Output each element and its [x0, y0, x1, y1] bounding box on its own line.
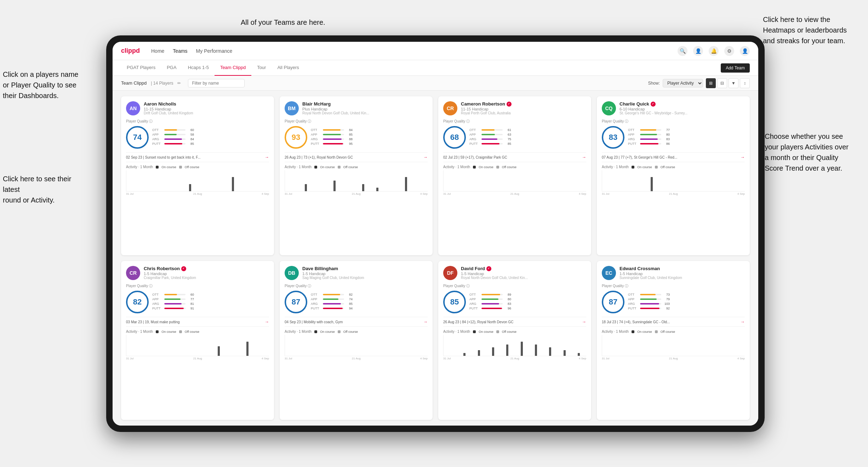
quality-circle[interactable]: 85 [443, 291, 466, 313]
last-round-arrow[interactable]: → [265, 155, 269, 160]
quality-section[interactable]: 85 OTT 89 APP 80 ARG [443, 291, 586, 313]
player-name[interactable]: Aaron Nicholls [144, 101, 269, 107]
player-card[interactable]: DF David Ford ✓ 1-5 Handicap Royal North… [438, 261, 591, 420]
show-select[interactable]: Player Activity [663, 79, 703, 87]
sub-nav-pgat[interactable]: PGAT Players [121, 60, 161, 76]
filter-button[interactable]: ▼ [729, 78, 738, 88]
sort-button[interactable]: ↕ [740, 78, 750, 88]
quality-section[interactable]: 83 OTT 77 APP 80 ARG [602, 126, 745, 149]
player-name[interactable]: David Ford ✓ [461, 266, 586, 271]
stat-row-putt: PUTT 92 [628, 307, 745, 310]
search-icon[interactable]: 🔍 [678, 46, 687, 56]
player-name[interactable]: Cameron Robertson ✓ [461, 101, 586, 107]
sub-nav-team-clippd[interactable]: Team Clippd [215, 60, 251, 76]
player-card[interactable]: CQ Charlie Quick ✓ 6-10 Handicap St. Geo… [597, 96, 750, 255]
player-name[interactable]: Charlie Quick ✓ [619, 101, 745, 107]
last-round[interactable]: 07 Aug 23 | 77 (+7), St George's Hill GC… [602, 152, 745, 162]
stat-bar-container [164, 134, 185, 135]
activity-period: Activity · 1 Month [602, 330, 629, 334]
bar-group [246, 342, 249, 356]
add-team-button[interactable]: Add Team [721, 63, 750, 73]
quality-circle[interactable]: 68 [443, 126, 466, 149]
last-round[interactable]: 02 Sep 23 | Sunset round to get back int… [126, 152, 269, 162]
nav-my-performance[interactable]: My Performance [196, 48, 233, 54]
chart-label-start: 31 Jul [285, 357, 292, 360]
bar-group [564, 350, 566, 356]
quality-section[interactable]: 68 OTT 61 APP 63 ARG [443, 126, 586, 149]
last-round-arrow[interactable]: → [265, 319, 269, 324]
grid-view-button[interactable]: ⊞ [706, 78, 716, 88]
chart-label-mid: 21 Aug [669, 192, 678, 195]
stat-row-putt: PUTT 95 [311, 142, 428, 146]
bell-icon[interactable]: 🔔 [709, 46, 719, 56]
stat-label: OTT [469, 128, 480, 132]
chart-label-mid: 21 Aug [510, 357, 519, 360]
quality-circle[interactable]: 83 [602, 126, 624, 149]
player-card[interactable]: AN Aaron Nicholls 11-15 Handicap Drift G… [121, 96, 274, 255]
bar-on-course [405, 177, 407, 191]
annotation-latest-round: Click here to see their latestround or A… [3, 173, 81, 205]
last-round-arrow[interactable]: → [423, 319, 428, 324]
edit-team-icon[interactable]: ✏ [177, 81, 181, 86]
last-round[interactable]: 26 Aug 23 | 84 (+12), Royal North Devon … [443, 317, 586, 327]
stat-bar-container [164, 298, 185, 300]
quality-circle[interactable]: 87 [285, 291, 307, 313]
profile-icon[interactable]: 👤 [693, 46, 703, 56]
player-name[interactable]: Blair McHarg [302, 101, 428, 107]
activity-period: Activity · 1 Month [443, 165, 470, 169]
player-name[interactable]: Chris Robertson ✓ [144, 266, 269, 271]
nav-teams[interactable]: Teams [173, 48, 187, 54]
chart-label-mid: 21 Aug [193, 192, 202, 195]
quality-label: Player Quality ⓘ [602, 119, 745, 124]
quality-section[interactable]: 93 OTT 84 APP 85 ARG [285, 126, 428, 149]
stat-bar [481, 308, 502, 309]
player-card[interactable]: DB Dave Billingham 1-5 Handicap Sag Magi… [280, 261, 433, 420]
quality-circle[interactable]: 87 [602, 291, 624, 313]
last-round[interactable]: 18 Jul 23 | 74 (+4), Sunningdale GC - Ol… [602, 317, 745, 327]
list-view-button[interactable]: ⊟ [717, 78, 727, 88]
last-round[interactable]: 02 Jul 23 | 59 (+17), Craigmillar Park G… [443, 152, 586, 162]
stat-row-putt: PUTT 94 [311, 307, 428, 310]
legend-on-label: On course [479, 165, 493, 169]
stat-label: APP [152, 133, 163, 136]
last-round-arrow[interactable]: → [423, 155, 428, 160]
player-card[interactable]: EC Edward Crossman 1-5 Handicap Sunningd… [597, 261, 750, 420]
player-card[interactable]: CR Chris Robertson ✓ 1-5 Handicap Craigm… [121, 261, 274, 420]
sub-nav-tour[interactable]: Tour [251, 60, 272, 76]
player-name[interactable]: Dave Billingham [302, 266, 428, 271]
legend-off-course [655, 166, 658, 169]
quality-section[interactable]: 87 OTT 73 APP 79 ARG [602, 291, 745, 313]
stat-bar-container [640, 298, 661, 300]
settings-icon[interactable]: ⚙ [724, 46, 734, 56]
last-round-arrow[interactable]: → [741, 155, 745, 160]
stat-bar [164, 129, 177, 131]
filter-search-input[interactable] [188, 79, 245, 87]
bar-on-course [189, 184, 191, 191]
stat-label: APP [628, 133, 639, 136]
sub-nav-pga[interactable]: PGA [161, 60, 182, 76]
last-round-arrow[interactable]: → [582, 155, 586, 160]
player-card[interactable]: BM Blair McHarg Plus Handicap Royal Nort… [280, 96, 433, 255]
nav-home[interactable]: Home [151, 48, 164, 54]
quality-circle[interactable]: 82 [126, 291, 149, 313]
player-name[interactable]: Edward Crossman [619, 266, 745, 271]
stat-bar [164, 134, 177, 135]
last-round[interactable]: 26 Aug 23 | 73 (+1), Royal North Devon G… [285, 152, 428, 162]
avatar-icon[interactable]: 👤 [740, 46, 750, 56]
quality-circle[interactable]: 74 [126, 126, 149, 149]
stat-label: OTT [628, 293, 639, 296]
quality-section[interactable]: 82 OTT 60 APP 77 ARG [126, 291, 269, 313]
sub-nav-all-players[interactable]: All Players [272, 60, 304, 76]
player-card[interactable]: CR Cameron Robertson ✓ 11-15 Handicap Ro… [438, 96, 591, 255]
stat-value: 75 [504, 137, 511, 141]
stat-label: PUTT [152, 307, 163, 310]
sub-nav-hcaps[interactable]: Hcaps 1-5 [182, 60, 215, 76]
quality-section[interactable]: 74 OTT 60 APP 58 ARG [126, 126, 269, 149]
last-round-arrow[interactable]: → [582, 319, 586, 324]
last-round[interactable]: 03 Mar 23 | 19, Must make putting → [126, 317, 269, 327]
last-round-arrow[interactable]: → [741, 319, 745, 324]
last-round[interactable]: 04 Sep 23 | Mobility with coach, Gym → [285, 317, 428, 327]
legend-on-label: On course [320, 330, 335, 334]
quality-circle[interactable]: 93 [285, 126, 307, 149]
quality-section[interactable]: 87 OTT 82 APP 74 ARG [285, 291, 428, 313]
